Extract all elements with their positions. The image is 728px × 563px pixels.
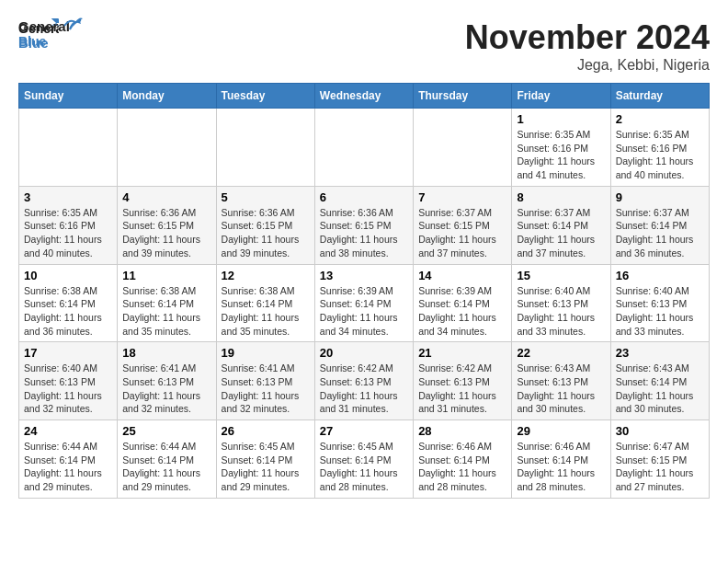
day-number: 12 (222, 269, 310, 282)
day-info: Sunrise: 6:40 AMSunset: 6:13 PMDaylight:… (517, 284, 605, 339)
day-number: 27 (320, 424, 408, 438)
calendar-cell: 26Sunrise: 6:45 AMSunset: 6:14 PMDayligh… (216, 420, 314, 499)
day-number: 21 (418, 346, 506, 360)
calendar-cell: 29Sunrise: 6:46 AMSunset: 6:14 PMDayligh… (512, 420, 610, 499)
day-number: 14 (418, 269, 506, 282)
calendar-cell: 9Sunrise: 6:37 AMSunset: 6:14 PMDaylight… (610, 186, 709, 264)
calendar-cell: 6Sunrise: 6:36 AMSunset: 6:15 PMDaylight… (314, 186, 413, 264)
day-info: Sunrise: 6:38 AMSunset: 6:14 PMDaylight:… (122, 284, 210, 339)
header-thursday: Thursday (414, 84, 512, 109)
header-tuesday: Tuesday (216, 84, 314, 109)
day-number: 26 (222, 424, 310, 438)
calendar-cell: 2Sunrise: 6:35 AMSunset: 6:16 PMDaylight… (610, 109, 709, 187)
day-info: Sunrise: 6:40 AMSunset: 6:13 PMDaylight:… (24, 362, 112, 416)
day-number: 16 (616, 269, 704, 282)
calendar-cell: 20Sunrise: 6:42 AMSunset: 6:13 PMDayligh… (314, 342, 413, 420)
day-info: Sunrise: 6:43 AMSunset: 6:14 PMDaylight:… (616, 362, 704, 416)
calendar-cell: 11Sunrise: 6:38 AMSunset: 6:14 PMDayligh… (118, 264, 216, 342)
day-info: Sunrise: 6:44 AMSunset: 6:14 PMDaylight:… (122, 440, 210, 494)
location: Jega, Kebbi, Nigeria (465, 57, 710, 74)
day-info: Sunrise: 6:45 AMSunset: 6:14 PMDaylight:… (320, 440, 408, 494)
calendar-table: Sunday Monday Tuesday Wednesday Thursday… (18, 83, 710, 499)
calendar-cell: 12Sunrise: 6:38 AMSunset: 6:14 PMDayligh… (216, 264, 314, 342)
logo: General Blue General Blue (18, 18, 64, 57)
calendar-week-3: 10Sunrise: 6:38 AMSunset: 6:14 PMDayligh… (19, 264, 710, 342)
day-number: 25 (122, 424, 210, 438)
day-info: Sunrise: 6:37 AMSunset: 6:15 PMDaylight:… (418, 206, 506, 260)
logo-bird-icon (63, 17, 83, 33)
day-info: Sunrise: 6:41 AMSunset: 6:13 PMDaylight:… (222, 362, 310, 416)
day-number: 17 (24, 346, 112, 360)
day-info: Sunrise: 6:45 AMSunset: 6:14 PMDaylight:… (222, 440, 310, 494)
day-number: 15 (517, 269, 605, 282)
calendar-cell: 22Sunrise: 6:43 AMSunset: 6:13 PMDayligh… (512, 342, 610, 420)
day-info: Sunrise: 6:39 AMSunset: 6:14 PMDaylight:… (418, 284, 506, 339)
calendar-cell: 13Sunrise: 6:39 AMSunset: 6:14 PMDayligh… (314, 264, 413, 342)
day-number: 8 (517, 190, 605, 204)
calendar-cell: 7Sunrise: 6:37 AMSunset: 6:15 PMDaylight… (414, 186, 512, 264)
calendar-cell: 3Sunrise: 6:35 AMSunset: 6:16 PMDaylight… (19, 186, 118, 264)
day-number: 23 (616, 346, 704, 360)
day-info: Sunrise: 6:38 AMSunset: 6:14 PMDaylight:… (222, 284, 310, 339)
day-info: Sunrise: 6:36 AMSunset: 6:15 PMDaylight:… (122, 206, 210, 260)
day-info: Sunrise: 6:35 AMSunset: 6:16 PMDaylight:… (24, 206, 112, 260)
calendar-cell: 1Sunrise: 6:35 AMSunset: 6:16 PMDaylight… (512, 109, 610, 187)
day-info: Sunrise: 6:46 AMSunset: 6:14 PMDaylight:… (517, 440, 605, 494)
day-number: 18 (122, 346, 210, 360)
calendar-cell (414, 109, 512, 187)
header-wednesday: Wednesday (314, 84, 413, 109)
day-number: 9 (616, 190, 704, 204)
calendar-week-5: 24Sunrise: 6:44 AMSunset: 6:14 PMDayligh… (19, 420, 710, 499)
calendar-cell (118, 109, 216, 187)
day-info: Sunrise: 6:41 AMSunset: 6:13 PMDaylight:… (122, 362, 210, 416)
day-number: 11 (122, 269, 210, 282)
month-title: November 2024 (465, 18, 710, 57)
logo-blue: Blue (18, 35, 49, 51)
day-number: 24 (24, 424, 112, 438)
day-number: 7 (418, 190, 506, 204)
calendar-cell: 28Sunrise: 6:46 AMSunset: 6:14 PMDayligh… (414, 420, 512, 499)
header-sunday: Sunday (19, 84, 118, 109)
day-number: 5 (222, 190, 310, 204)
day-number: 1 (517, 112, 605, 126)
day-number: 30 (616, 424, 704, 438)
day-info: Sunrise: 6:44 AMSunset: 6:14 PMDaylight:… (24, 440, 112, 494)
calendar-cell: 30Sunrise: 6:47 AMSunset: 6:15 PMDayligh… (610, 420, 709, 499)
calendar-cell: 4Sunrise: 6:36 AMSunset: 6:15 PMDaylight… (118, 186, 216, 264)
calendar-cell: 5Sunrise: 6:36 AMSunset: 6:15 PMDaylight… (216, 186, 314, 264)
day-number: 28 (418, 424, 506, 438)
day-info: Sunrise: 6:47 AMSunset: 6:15 PMDaylight:… (616, 440, 704, 494)
day-number: 4 (122, 190, 210, 204)
calendar-cell: 15Sunrise: 6:40 AMSunset: 6:13 PMDayligh… (512, 264, 610, 342)
day-number: 2 (616, 112, 704, 126)
header-monday: Monday (118, 84, 216, 109)
day-info: Sunrise: 6:40 AMSunset: 6:13 PMDaylight:… (616, 284, 704, 339)
calendar-cell: 21Sunrise: 6:42 AMSunset: 6:13 PMDayligh… (414, 342, 512, 420)
calendar-cell: 27Sunrise: 6:45 AMSunset: 6:14 PMDayligh… (314, 420, 413, 499)
day-info: Sunrise: 6:46 AMSunset: 6:14 PMDaylight:… (418, 440, 506, 494)
day-info: Sunrise: 6:35 AMSunset: 6:16 PMDaylight:… (616, 128, 704, 182)
day-number: 29 (517, 424, 605, 438)
day-number: 10 (24, 269, 112, 282)
day-info: Sunrise: 6:42 AMSunset: 6:13 PMDaylight:… (418, 362, 506, 416)
day-info: Sunrise: 6:43 AMSunset: 6:13 PMDaylight:… (517, 362, 605, 416)
day-info: Sunrise: 6:42 AMSunset: 6:13 PMDaylight:… (320, 362, 408, 416)
calendar-cell: 23Sunrise: 6:43 AMSunset: 6:14 PMDayligh… (610, 342, 709, 420)
calendar-cell: 16Sunrise: 6:40 AMSunset: 6:13 PMDayligh… (610, 264, 709, 342)
header-friday: Friday (512, 84, 610, 109)
calendar-cell: 19Sunrise: 6:41 AMSunset: 6:13 PMDayligh… (216, 342, 314, 420)
calendar-cell (216, 109, 314, 187)
calendar-header-row: Sunday Monday Tuesday Wednesday Thursday… (19, 84, 710, 109)
day-info: Sunrise: 6:36 AMSunset: 6:15 PMDaylight:… (320, 206, 408, 260)
day-number: 6 (320, 190, 408, 204)
calendar-week-1: 1Sunrise: 6:35 AMSunset: 6:16 PMDaylight… (19, 109, 710, 187)
day-info: Sunrise: 6:36 AMSunset: 6:15 PMDaylight:… (222, 206, 310, 260)
page-header: General Blue General Blue November 2024 … (18, 18, 710, 74)
calendar-cell: 10Sunrise: 6:38 AMSunset: 6:14 PMDayligh… (19, 264, 118, 342)
day-number: 3 (24, 190, 112, 204)
day-number: 13 (320, 269, 408, 282)
calendar-cell: 18Sunrise: 6:41 AMSunset: 6:13 PMDayligh… (118, 342, 216, 420)
calendar-cell: 14Sunrise: 6:39 AMSunset: 6:14 PMDayligh… (414, 264, 512, 342)
day-info: Sunrise: 6:35 AMSunset: 6:16 PMDaylight:… (517, 128, 605, 182)
day-info: Sunrise: 6:38 AMSunset: 6:14 PMDaylight:… (24, 284, 112, 339)
